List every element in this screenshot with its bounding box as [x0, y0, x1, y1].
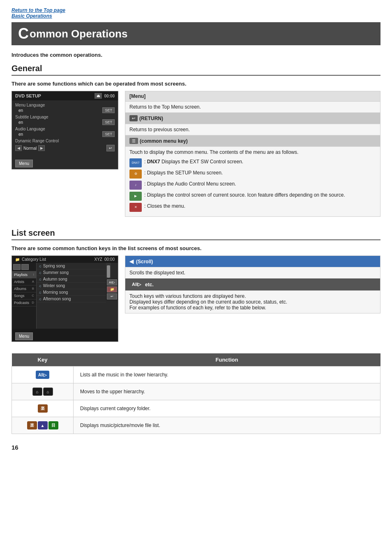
dvd-screen-panel: DVD SETUP ⏏ 00:00 Menu Language en SET	[12, 91, 118, 217]
cat-sq2[interactable]	[21, 264, 29, 270]
sidebar-item-songs[interactable]: SongsC	[12, 292, 36, 299]
menu-lang-row: Menu Language en SET	[15, 103, 115, 113]
key-badge-group-3: 楽	[18, 404, 67, 413]
table-cell-fn-4: Displays music/picture/movie file list.	[74, 417, 380, 434]
dynamic-label: Dynamic Range Control	[15, 139, 115, 143]
cat-screen-panel: 📁 Category List XYZ 00:00 Playlis	[12, 255, 118, 342]
key-badge-movie: 目	[48, 421, 58, 429]
return-desc: Returns to previous screen.	[125, 124, 380, 135]
cat-row-afternoon[interactable]: ♫ Afternoon song	[37, 296, 106, 302]
dynamic-prev-btn[interactable]: ◀	[15, 145, 22, 151]
dvd-screen-body: Menu Language en SET Subtitle Language e…	[12, 100, 118, 155]
table-row: 楽 Displays current category folder.	[12, 400, 380, 417]
return-label: (RETURN)	[139, 116, 163, 121]
menu-lang-value: en	[15, 108, 23, 113]
subtitle-lang-value: en	[15, 120, 23, 125]
sidebar-item-playlists[interactable]: PlaylistsI	[12, 272, 36, 278]
scroll-desc: Scrolls the displayed text.	[125, 267, 380, 278]
cat-row-autumn[interactable]: ♫ Autumn song	[37, 276, 106, 283]
bullet-audio: ♪ : Displays the Audio Control Menu scre…	[129, 181, 376, 190]
setup-icon: ⚙	[129, 169, 142, 179]
menu-lang-set-btn[interactable]: SET	[102, 107, 115, 113]
cat-scrollbar[interactable]	[106, 263, 111, 278]
list-screen-desc: There are some common function keys in t…	[12, 245, 380, 251]
sidebar-item-albums[interactable]: AlbumsB	[12, 285, 36, 292]
table-cell-key-1: All▷	[12, 367, 74, 383]
general-heading: General	[12, 64, 380, 76]
sidebar-item-artists[interactable]: ArtistsA	[12, 278, 36, 285]
key-badge-folder: 楽	[38, 404, 48, 413]
cat-screen: 📁 Category List XYZ 00:00 Playlis	[12, 255, 118, 342]
etc-label: etc.	[145, 282, 154, 288]
dvd-time: 00:00	[104, 94, 115, 98]
cat-footer: Menu	[12, 329, 118, 341]
cat-header-right: XYZ 00:00	[95, 257, 115, 262]
source-icon: ▶	[129, 192, 142, 201]
dynamic-row: Dynamic Range Control ◀ Normal ▶ ↩	[15, 139, 115, 151]
dvd-screen: DVD SETUP ⏏ 00:00 Menu Language en SET	[12, 91, 118, 169]
common-menu-body: Touch to display the common menu. The co…	[125, 147, 380, 216]
scroll-header: ◀ (Scroll)	[125, 256, 380, 267]
title-big-c: C	[18, 26, 29, 41]
dvd-title: DVD SETUP	[15, 93, 41, 98]
cat-row-summer[interactable]: ♫ Summer song	[37, 269, 106, 276]
subtitle-lang-set-btn[interactable]: SET	[102, 119, 115, 125]
table-cell-key-4: 楽 ▲ 目	[12, 417, 74, 434]
menu-header: [Menu]	[125, 91, 380, 102]
cat-sidebar: PlaylistsI ArtistsA AlbumsB SongsC Podca…	[12, 263, 37, 329]
cat-sidebar-top	[12, 263, 36, 272]
dvd-menu-btn[interactable]: Menu	[15, 160, 33, 167]
audio-lang-set-btn[interactable]: SET	[102, 131, 115, 137]
table-row: 楽 ▲ 目 Displays music/picture/movie file …	[12, 417, 380, 434]
key-badge-home1: ⌂	[32, 388, 42, 396]
table-row: All▷ Lists all the music in the lower hi…	[12, 367, 380, 383]
cat-all-btn[interactable]: All▷	[107, 279, 117, 285]
cat-list-label: Category List	[22, 257, 46, 262]
cat-screen-header: 📁 Category List XYZ 00:00	[12, 256, 118, 263]
audio-lang-row: Audio Language en SET	[15, 127, 115, 137]
breadcrumb-link-top[interactable]: Return to the Top page	[12, 7, 65, 13]
cat-sq1[interactable]	[13, 264, 21, 270]
table-col-function: Function	[74, 353, 380, 367]
dvd-menu-area: Menu	[12, 155, 118, 169]
dvd-screen-header: DVD SETUP ⏏ 00:00	[12, 91, 118, 100]
cat-right-controls: All▷ 📁 ↩	[106, 263, 118, 329]
breadcrumb-link-basic[interactable]: Basic Operations	[12, 13, 52, 19]
cat-scroll-thumb[interactable]	[107, 265, 110, 278]
cat-row-morning[interactable]: ♫ Morning song	[37, 289, 106, 296]
cat-row-spring[interactable]: ♫ Spring song	[37, 263, 106, 269]
dynamic-next-btn[interactable]: ▶	[38, 145, 45, 151]
ext-icon: DNX7	[129, 158, 142, 167]
dvd-return-btn[interactable]: ↩	[106, 145, 115, 151]
scroll-info-box: ◀ (Scroll) Scrolls the displayed text. A…	[125, 255, 380, 313]
audio-icon: ♪	[129, 181, 142, 190]
all-etc-header: All▷ etc.	[125, 278, 380, 291]
scroll-info-panel: ◀ (Scroll) Scrolls the displayed text. A…	[125, 255, 380, 342]
general-info-box: [Menu] Returns to the Top Menu screen. ↩…	[125, 91, 380, 217]
page-title-bar: C ommon Operations	[12, 22, 380, 45]
key-badge-group-4: 楽 ▲ 目	[18, 421, 67, 429]
cat-menu-btn[interactable]: Menu	[15, 332, 33, 340]
scroll-arrow-icon: ◀	[129, 258, 134, 265]
dvd-icon: ⏏	[95, 93, 102, 99]
etc-desc: Touch keys with various functions are di…	[125, 291, 380, 313]
breadcrumb: Return to the Top page Basic Operations	[12, 7, 380, 19]
key-badge-group-1: All▷	[18, 371, 67, 379]
table-cell-fn-2: Moves to the upper hierarchy.	[74, 383, 380, 400]
key-badge-music: 楽	[27, 421, 37, 429]
title-rest: ommon Operations	[30, 28, 127, 40]
dynamic-value: Normal	[23, 146, 37, 151]
table-cell-key-3: 楽	[12, 400, 74, 417]
cat-return-btn[interactable]: ↩	[107, 293, 117, 299]
menu-lang-label: Menu Language	[15, 103, 115, 107]
list-screen-heading: List screen	[12, 228, 380, 240]
table-cell-fn-1: Lists all the music in the lower hierarc…	[74, 367, 380, 383]
scroll-label: (Scroll)	[136, 259, 153, 265]
cat-folder-btn[interactable]: 📁	[107, 286, 117, 292]
cat-row-winter[interactable]: ♫ Winter song	[37, 283, 106, 289]
bullet-ext: DNX7 : DNX7 Displays the EXT SW Control …	[129, 158, 376, 167]
general-section: General There are some functions which c…	[12, 64, 380, 217]
bullet-setup: ⚙ : Displays the SETUP Menu screen.	[129, 169, 376, 179]
common-menu-badge: ☰	[129, 138, 138, 144]
sidebar-item-podcasts[interactable]: PodcastsD	[12, 299, 36, 306]
